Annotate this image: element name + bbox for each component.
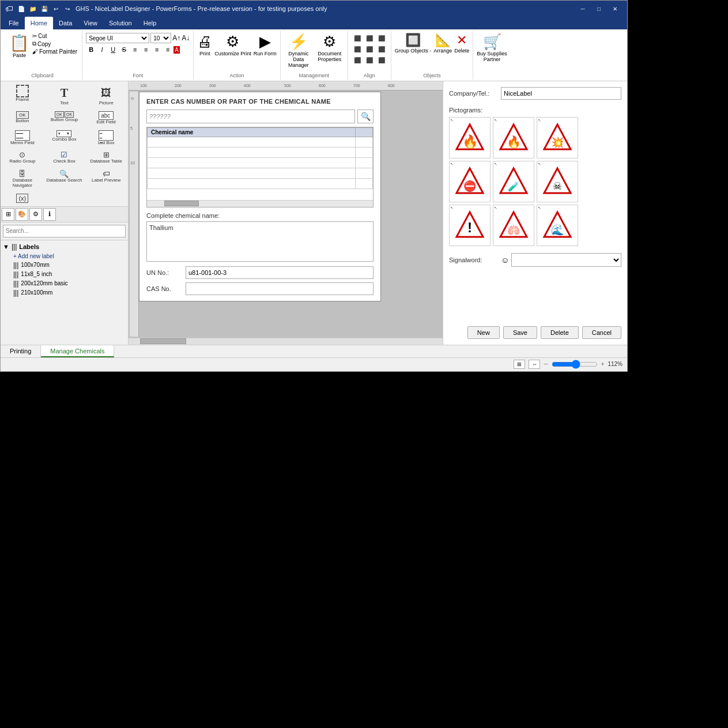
un-no-input[interactable] — [186, 266, 374, 279]
align-top-left-button[interactable]: ⬛ — [352, 33, 363, 43]
cancel-button[interactable]: Cancel — [582, 326, 621, 339]
font-shrink-button[interactable]: A↓ — [182, 34, 190, 42]
maximize-button[interactable]: □ — [591, 3, 606, 14]
menu-solution[interactable]: Solution — [103, 17, 138, 29]
toolbar-tab-info[interactable]: ℹ — [43, 208, 56, 221]
canvas-hscroll-thumb[interactable] — [140, 338, 186, 344]
buy-supplies-button[interactable]: 🛒 Buy Supplies Partner — [477, 33, 507, 62]
align-bottom-center-button[interactable]: ⬛ — [364, 55, 375, 65]
pictogram-irritant[interactable]: ↖ ! — [449, 205, 491, 246]
new-file-icon[interactable]: 📄 — [17, 4, 26, 13]
align-right-button[interactable]: ≡ — [152, 44, 162, 55]
tab-manage-chemicals[interactable]: Manage Chemicals — [41, 345, 114, 357]
toolbar-tab-paint[interactable]: 🎨 — [16, 208, 28, 221]
align-justify-button[interactable]: ≡ — [163, 44, 173, 55]
check-box-tool[interactable]: ☑ Check Box — [44, 148, 85, 167]
font-size-select[interactable]: 10 — [150, 33, 171, 43]
align-left-button[interactable]: ≡ — [130, 44, 140, 55]
align-top-right-button[interactable]: ⬛ — [376, 33, 387, 43]
bold-button[interactable]: B — [86, 44, 96, 55]
delete-button[interactable]: Delete — [541, 326, 579, 339]
fit-width-button[interactable]: ↔ — [529, 360, 540, 369]
tab-printing[interactable]: Printing — [1, 345, 41, 357]
format-painter-button[interactable]: 🖌Format Painter — [32, 48, 77, 55]
font-grow-button[interactable]: A↑ — [172, 34, 180, 42]
company-input[interactable] — [501, 87, 621, 100]
radio-group-tool[interactable]: ⊙ Radio Group — [2, 148, 43, 167]
database-search-tool[interactable]: 🔍 Database Search — [44, 167, 85, 191]
align-top-center-button[interactable]: ⬛ — [364, 33, 375, 43]
combo-box-tool[interactable]: ▾▼ Combo Box — [44, 128, 85, 148]
picture-tool[interactable]: 🖼 Picture — [85, 82, 127, 108]
align-middle-center-button[interactable]: ⬛ — [364, 44, 375, 54]
customize-print-button[interactable]: ⚙ Customize Print — [214, 33, 251, 56]
doc-properties-button[interactable]: ⚙ Document Properties — [315, 33, 344, 62]
labels-root[interactable]: ▼ ||| Labels — [2, 242, 127, 252]
underline-button[interactable]: U — [108, 44, 118, 55]
edit-field-tool[interactable]: abc Edit Field — [85, 109, 127, 127]
fit-page-button[interactable]: ⊞ — [514, 360, 525, 369]
label-item-3[interactable]: ||| 210x100mm — [11, 288, 127, 297]
complete-name-box[interactable]: Thallium — [146, 221, 374, 262]
label-item-2[interactable]: ||| 200x120mm basic — [11, 279, 127, 288]
frame-tool[interactable]: Frame — [2, 82, 43, 108]
copy-button[interactable]: ⧉Copy — [32, 40, 77, 47]
button-group-tool[interactable]: OK OK Button Group — [44, 109, 85, 127]
font-family-select[interactable]: Segoe UI — [86, 33, 149, 43]
zoom-plus-icon[interactable]: + — [601, 361, 605, 367]
toolbar-tab-grid[interactable]: ⊞ — [2, 208, 14, 221]
redo-icon[interactable]: ↪ — [63, 4, 72, 13]
folder-icon[interactable]: 📁 — [28, 4, 37, 13]
label-item-0[interactable]: ||| 100x70mm — [11, 261, 127, 270]
new-button[interactable]: New — [467, 326, 500, 339]
cas-no-input[interactable] — [186, 282, 374, 295]
undo-icon[interactable]: ↩ — [51, 4, 61, 13]
chemical-search-button[interactable]: 🔍 — [357, 110, 374, 123]
pictogram-health-hazard[interactable]: ↖ 🫁 — [493, 205, 534, 246]
italic-button[interactable]: I — [97, 44, 107, 55]
align-bottom-right-button[interactable]: ⬛ — [376, 55, 387, 65]
save-button[interactable]: Save — [503, 326, 537, 339]
paste-button[interactable]: 📋 Paste — [7, 32, 31, 60]
save-icon[interactable]: 💾 — [40, 4, 49, 13]
menu-file[interactable]: File — [3, 17, 25, 29]
menu-view[interactable]: View — [78, 17, 103, 29]
pictogram-flammable[interactable]: ↖ 🔥 — [449, 117, 491, 159]
table-hscrollbar[interactable] — [147, 200, 373, 207]
menu-help[interactable]: Help — [138, 17, 163, 29]
table-row[interactable] — [148, 148, 373, 158]
table-row[interactable] — [148, 168, 373, 179]
zoom-slider[interactable] — [552, 361, 598, 368]
signal-select[interactable]: Danger Warning — [511, 253, 621, 267]
pictogram-explosive[interactable]: ↖ 💥 — [537, 117, 578, 159]
zoom-minus-icon[interactable]: ─ — [544, 361, 548, 367]
database-table-tool[interactable]: ⊞ Database Table — [85, 148, 127, 167]
pictogram-prohibited[interactable]: ↖ ⛔ — [449, 161, 491, 202]
add-new-label-button[interactable]: + Add new label — [11, 252, 127, 261]
button-tool[interactable]: OK Button — [2, 109, 43, 127]
close-button[interactable]: ✕ — [608, 3, 623, 14]
delete-ribbon-button[interactable]: ✕ Delete — [454, 33, 469, 54]
database-navigator-tool[interactable]: 🗄 Database Navigator — [2, 167, 43, 191]
chemical-table-scroll[interactable]: Chemical name — [147, 127, 373, 207]
align-middle-left-button[interactable]: ⬛ — [352, 44, 363, 54]
label-preview-tool[interactable]: 🏷 Label Preview — [85, 167, 127, 191]
pictogram-environmental[interactable]: ↖ 🌊 — [537, 205, 578, 246]
chemical-search-input[interactable] — [146, 110, 355, 123]
pictogram-corrosive[interactable]: ↖ 🧪 — [493, 161, 534, 202]
table-row[interactable] — [148, 137, 373, 148]
toolbar-tab-settings[interactable]: ⚙ — [29, 208, 42, 221]
table-row[interactable] — [148, 158, 373, 168]
list-box-tool[interactable]: ━━━ List Box — [85, 128, 127, 148]
label-item-1[interactable]: ||| 11x8_5 inch — [11, 270, 127, 279]
pictogram-oxidizer[interactable]: ↖ 🔥 — [493, 117, 534, 159]
group-objects-button[interactable]: 🔲 Group Objects - — [395, 33, 432, 54]
table-row[interactable] — [148, 179, 373, 189]
text-tool[interactable]: T Text — [44, 82, 85, 108]
pictogram-toxic[interactable]: ↖ ☠ — [537, 161, 578, 202]
canvas-scroll-area[interactable]: 0 5 10 ENTER CAS NUMBER OR PART OF THE C… — [129, 90, 443, 338]
strikethrough-button[interactable]: S — [119, 44, 129, 55]
run-form-button[interactable]: ▶ Run Form — [254, 33, 277, 56]
font-color-button[interactable]: A — [173, 46, 180, 54]
canvas-hscrollbar[interactable] — [129, 338, 443, 345]
